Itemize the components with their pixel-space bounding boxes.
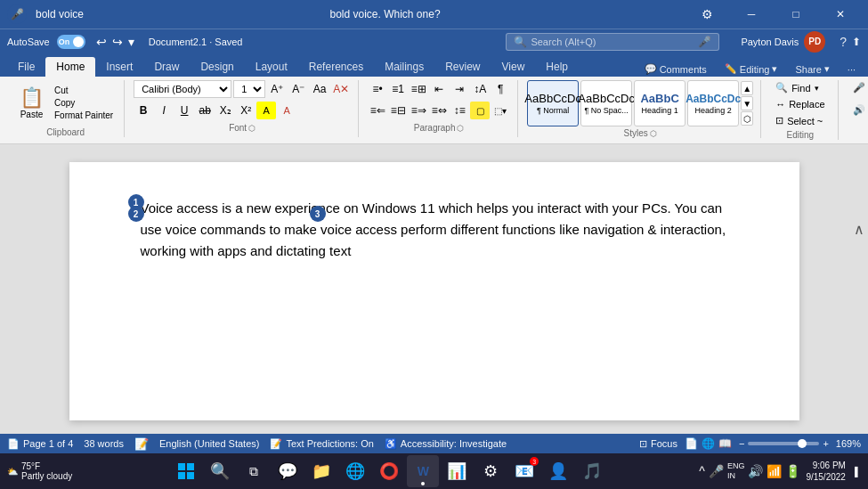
- strikethrough-button[interactable]: ab: [195, 102, 215, 119]
- bold-button[interactable]: B: [134, 102, 153, 119]
- styles-expand-icon[interactable]: ⬡: [650, 129, 657, 138]
- comments-button[interactable]: 💬 Comments: [639, 61, 712, 77]
- close-button[interactable]: ✕: [820, 0, 861, 29]
- highlight-button[interactable]: A: [256, 102, 276, 119]
- tab-file[interactable]: File: [7, 57, 45, 77]
- change-case-button[interactable]: Aa: [310, 80, 329, 98]
- weather-widget[interactable]: ⛅ 75°F Partly cloudy: [7, 461, 72, 481]
- tab-references[interactable]: References: [298, 57, 374, 77]
- status-page[interactable]: 📄 Page 1 of 4: [7, 438, 73, 450]
- increase-indent-button[interactable]: ⇥: [450, 80, 469, 98]
- multilevel-list-button[interactable]: ≡⊞: [409, 80, 428, 98]
- battery-icon[interactable]: 🔋: [785, 464, 800, 478]
- tab-view[interactable]: View: [491, 57, 536, 77]
- superscript-button[interactable]: X²: [236, 102, 256, 119]
- share-button[interactable]: Share ▾: [790, 61, 834, 77]
- search-box[interactable]: 🔍 🎤: [506, 33, 719, 51]
- mail-button[interactable]: 📧 3: [508, 455, 540, 487]
- dictate-button[interactable]: 🎤 Dictate ▾: [848, 80, 869, 95]
- collapse-ribbon-button[interactable]: ∧: [854, 221, 864, 238]
- tab-draw[interactable]: Draw: [143, 57, 190, 77]
- network-icon[interactable]: 📶: [767, 464, 782, 478]
- zoom-level[interactable]: 169%: [836, 438, 861, 449]
- line-spacing-button[interactable]: ↕≡: [450, 102, 469, 119]
- explorer-button[interactable]: 📁: [305, 455, 337, 487]
- search-input[interactable]: [531, 37, 694, 47]
- subscript-button[interactable]: X₂: [215, 102, 235, 119]
- style-no-spacing[interactable]: AaBbCcDc ¶ No Spac...: [580, 80, 632, 126]
- read-aloud-button[interactable]: 🔊 Read Aloud: [848, 97, 869, 122]
- find-button[interactable]: 🔍 Find ▾: [770, 80, 830, 95]
- clear-format-button[interactable]: A✕: [331, 80, 351, 98]
- italic-button[interactable]: I: [154, 102, 174, 119]
- maximize-button[interactable]: □: [775, 0, 816, 29]
- cut-button[interactable]: Cut: [51, 85, 117, 96]
- style-heading1[interactable]: AaBbC Heading 1: [634, 80, 685, 126]
- align-center-button[interactable]: ≡⊟: [388, 102, 408, 119]
- zoom-out-button[interactable]: −: [739, 438, 744, 449]
- user-avatar[interactable]: PD: [804, 31, 825, 53]
- status-words[interactable]: 38 words: [84, 438, 124, 449]
- sort-button[interactable]: ↕A: [470, 80, 490, 98]
- status-accessibility[interactable]: ♿ Accessibility: Investigate: [385, 438, 507, 450]
- paragraph-expand-icon[interactable]: ⬡: [457, 124, 464, 133]
- document-text[interactable]: Voice access is a new experience on Wind…: [141, 198, 728, 262]
- redo-icon[interactable]: ↪: [112, 35, 123, 49]
- word-taskbar-button[interactable]: W: [407, 455, 439, 487]
- style-heading2[interactable]: AaBbCcDc Heading 2: [687, 80, 739, 126]
- copy-button[interactable]: Copy: [51, 97, 117, 109]
- paste-button[interactable]: 📋 Paste: [14, 85, 49, 121]
- chat-button[interactable]: 💬: [272, 455, 304, 487]
- align-left-button[interactable]: ≡⇐: [368, 102, 387, 119]
- align-right-button[interactable]: ≡⇒: [409, 102, 428, 119]
- view-print-icon[interactable]: 📄: [685, 437, 698, 450]
- tab-layout[interactable]: Layout: [245, 57, 298, 77]
- minimize-button[interactable]: ─: [731, 0, 772, 29]
- settings-taskbar-button[interactable]: ⚙: [475, 455, 507, 487]
- format-painter-button[interactable]: Format Painter: [51, 110, 117, 121]
- undo-icon[interactable]: ↩: [96, 35, 107, 49]
- style-normal[interactable]: AaBbCcDc ¶ Normal: [527, 80, 579, 126]
- zoom-in-button[interactable]: +: [823, 438, 828, 449]
- microphone-sys-icon[interactable]: 🎤: [709, 464, 724, 478]
- justify-button[interactable]: ≡⇔: [429, 102, 449, 119]
- search-button[interactable]: 🔍: [204, 455, 236, 487]
- status-language[interactable]: English (United States): [159, 438, 260, 449]
- shading-button[interactable]: ▢: [470, 102, 490, 119]
- speaker-icon[interactable]: 🔊: [748, 464, 763, 478]
- settings-icon[interactable]: ⚙: [686, 0, 727, 29]
- numbered-list-button[interactable]: ≡1: [388, 80, 408, 98]
- clock-area[interactable]: 9:06 PM 9/15/2022: [806, 460, 846, 483]
- editing-button[interactable]: ✏️ Editing ▾: [719, 61, 783, 77]
- help-icon[interactable]: ?: [840, 35, 847, 49]
- underline-button[interactable]: U: [174, 102, 194, 119]
- decrease-indent-button[interactable]: ⇤: [429, 80, 449, 98]
- style-scroll-down[interactable]: ▼: [741, 96, 753, 110]
- share-icon[interactable]: ⬆: [852, 36, 861, 48]
- track-changes-icon[interactable]: 📝: [134, 437, 149, 451]
- tab-mailings[interactable]: Mailings: [374, 57, 434, 77]
- tab-help[interactable]: Help: [535, 57, 579, 77]
- zoom-slider[interactable]: [748, 442, 819, 445]
- style-expand[interactable]: ⬡: [741, 111, 753, 126]
- language-icon[interactable]: ENGIN: [727, 461, 745, 481]
- tab-insert[interactable]: Insert: [95, 57, 143, 77]
- style-scroll-up[interactable]: ▲: [741, 81, 753, 95]
- excel-button[interactable]: 📊: [441, 455, 473, 487]
- voice-marker-2[interactable]: 2: [128, 206, 144, 222]
- circle-button[interactable]: ⭕: [373, 455, 405, 487]
- more-options-button[interactable]: ···: [842, 62, 861, 77]
- voice-marker-3[interactable]: 3: [310, 206, 326, 222]
- replace-button[interactable]: ↔ Replace: [770, 97, 830, 111]
- shrink-font-button[interactable]: A⁻: [288, 80, 308, 98]
- tab-home[interactable]: Home: [45, 57, 95, 77]
- tab-review[interactable]: Review: [434, 57, 491, 77]
- autosave-toggle[interactable]: On: [57, 35, 85, 49]
- chevron-up-icon[interactable]: ^: [699, 464, 705, 478]
- show-marks-button[interactable]: ¶: [491, 80, 510, 98]
- task-view-button[interactable]: ⧉: [238, 455, 270, 487]
- font-family-select[interactable]: Calibri (Body): [134, 80, 231, 98]
- mic-search-icon[interactable]: 🎤: [698, 36, 711, 48]
- view-web-icon[interactable]: 🌐: [702, 437, 715, 450]
- more-icon[interactable]: ▾: [128, 35, 134, 49]
